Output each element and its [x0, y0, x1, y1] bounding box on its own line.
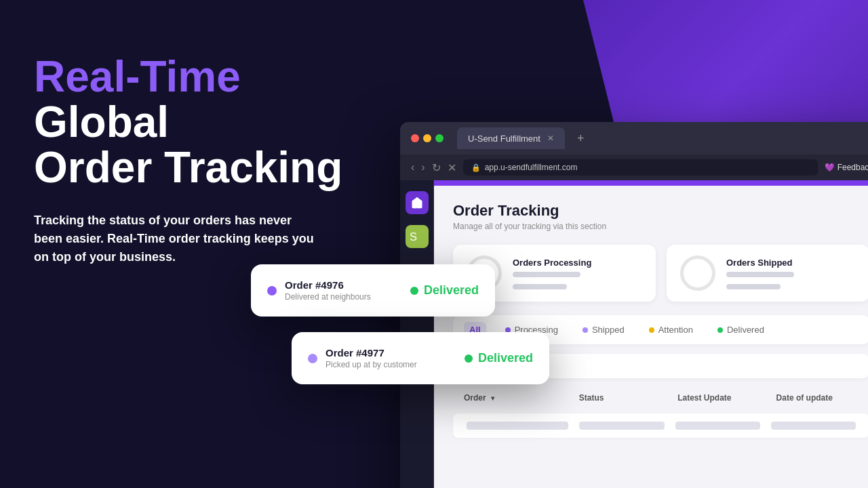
- new-tab-icon[interactable]: +: [577, 131, 585, 146]
- home-icon: [410, 196, 424, 209]
- th-status: Status: [571, 388, 669, 408]
- order-card-2: Order #4977 Picked up at by customer Del…: [292, 332, 549, 384]
- stat-info-processing: Orders Processing: [513, 258, 591, 289]
- browser-chrome: U-Send Fulfillment ✕ +: [400, 122, 868, 155]
- td-placeholder-1: [467, 422, 568, 430]
- page-subtitle: Manage all of your tracking via this sec…: [453, 222, 868, 231]
- filter-tab-shipped[interactable]: Shipped: [577, 322, 630, 338]
- th-latest-update: Latest Update: [669, 388, 768, 408]
- feedback-label: Feedback?: [837, 163, 868, 172]
- sidebar-icon-home[interactable]: [406, 191, 429, 214]
- url-text: app.u-sendfulfillment.com: [485, 163, 578, 172]
- order-dot-2: [308, 354, 317, 363]
- hero-title-rest: GlobalOrder Tracking: [34, 98, 342, 192]
- order-left-1: Order #4976 Delivered at neighbours: [267, 279, 371, 302]
- td-placeholder-4: [771, 422, 856, 430]
- tab-title: U-Send Fulfillment: [468, 134, 540, 144]
- browser-nav: ‹ › ↻ ✕ 🔒 app.u-sendfulfillment.com 💜 Fe…: [400, 155, 868, 180]
- td-placeholder-2: [579, 422, 664, 430]
- table-row: [453, 413, 868, 438]
- order-left-2: Order #4977 Picked up at by customer: [308, 347, 417, 369]
- heart-icon: 💜: [825, 163, 835, 172]
- stats-row: Orders Processing Orders Shipped: [453, 245, 868, 302]
- minimize-button-traffic[interactable]: [423, 134, 431, 142]
- order-number-1: Order #4976: [285, 279, 371, 291]
- browser-tab[interactable]: U-Send Fulfillment ✕: [457, 127, 565, 149]
- shopify-icon: S: [410, 229, 425, 244]
- filter-label-attention: Attention: [658, 325, 693, 335]
- filter-label-delivered: Delivered: [727, 325, 764, 335]
- close-icon[interactable]: ✕: [547, 134, 554, 143]
- filter-dot-delivered: [717, 327, 723, 333]
- filter-tab-attention[interactable]: Attention: [644, 322, 698, 338]
- stat-bar-2: [513, 284, 567, 289]
- th-order: Order ▾: [456, 388, 571, 408]
- traffic-lights: [411, 134, 443, 142]
- order-info-1: Order #4976 Delivered at neighbours: [285, 279, 371, 302]
- close-nav-icon[interactable]: ✕: [448, 161, 456, 174]
- status-dot-2: [465, 354, 473, 363]
- hero-title: Real-Time GlobalOrder Tracking: [34, 54, 373, 191]
- sort-icon[interactable]: ▾: [491, 394, 494, 402]
- hero-description: Tracking the status of your orders has n…: [34, 211, 319, 266]
- order-status-2: Delivered: [465, 351, 533, 365]
- close-button-traffic[interactable]: [411, 134, 419, 142]
- url-bar[interactable]: 🔒 app.u-sendfulfillment.com: [463, 159, 818, 176]
- stat-label-shipped: Orders Shipped: [726, 258, 794, 268]
- status-label-1: Delivered: [424, 283, 479, 298]
- stat-bar-1: [513, 272, 580, 277]
- order-info-2: Order #4977 Picked up at by customer: [326, 347, 417, 369]
- sidebar-icon-shopify[interactable]: S: [406, 225, 429, 248]
- stat-circle-shipped: [680, 256, 715, 291]
- filter-label-shipped: Shipped: [592, 325, 625, 335]
- app-topbar: [434, 180, 868, 186]
- secure-icon: 🔒: [471, 163, 481, 172]
- th-date-of-update: Date of update: [768, 388, 867, 408]
- status-label-2: Delivered: [478, 351, 533, 365]
- back-icon[interactable]: ‹: [411, 161, 414, 174]
- maximize-button-traffic[interactable]: [435, 134, 443, 142]
- hero-title-highlight: Real-Time: [34, 52, 241, 101]
- status-dot-1: [410, 287, 418, 295]
- refresh-icon[interactable]: ↻: [432, 161, 441, 174]
- order-card-1: Order #4976 Delivered at neighbours Deli…: [251, 264, 495, 317]
- order-status-1: Delivered: [410, 283, 479, 298]
- table-header: Order ▾ Status Latest Update Date of upd…: [453, 388, 868, 408]
- page-title: Order Tracking: [453, 202, 868, 220]
- td-placeholder-3: [675, 422, 760, 430]
- stat-info-shipped: Orders Shipped: [726, 258, 794, 289]
- order-subtitle-1: Delivered at neighbours: [285, 292, 371, 302]
- hero-section: Real-Time GlobalOrder Tracking Tracking …: [34, 54, 373, 266]
- order-dot-1: [267, 286, 277, 296]
- filter-dot-attention: [649, 327, 654, 333]
- feedback-button[interactable]: 💜 Feedback?: [825, 163, 868, 172]
- filter-dot-shipped: [583, 327, 588, 333]
- order-subtitle-2: Picked up at by customer: [326, 360, 417, 369]
- order-number-2: Order #4977: [326, 347, 417, 359]
- filter-tab-delivered[interactable]: Delivered: [712, 322, 770, 338]
- svg-text:S: S: [410, 230, 417, 243]
- stat-bar-4: [726, 284, 781, 289]
- stat-label-processing: Orders Processing: [513, 258, 591, 268]
- stat-bar-3: [726, 272, 794, 277]
- stat-card-shipped: Orders Shipped: [667, 245, 868, 302]
- forward-icon[interactable]: ›: [421, 161, 425, 174]
